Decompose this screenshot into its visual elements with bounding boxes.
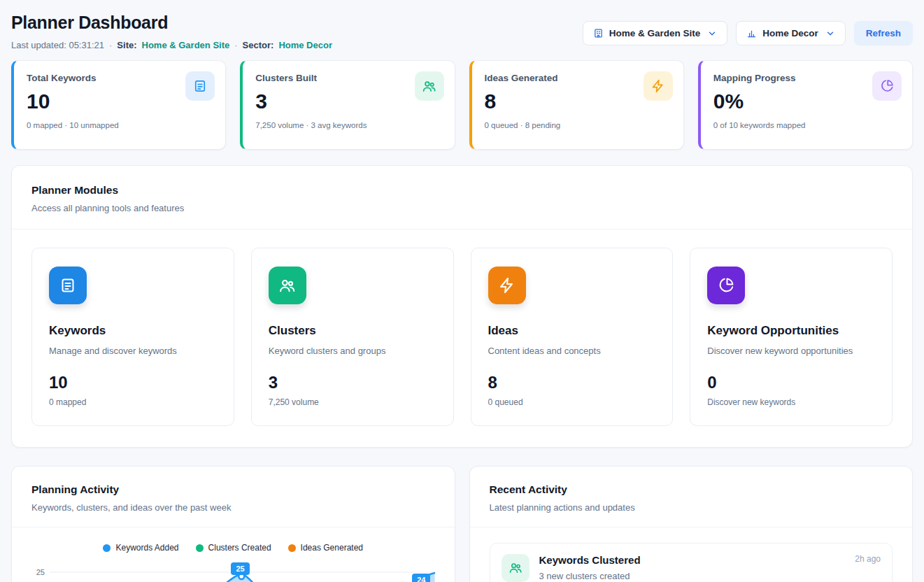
module-card-keywords[interactable]: Keywords Manage and discover keywords 10… [31,248,234,426]
header-controls: Home & Garden Site Home Decor Refresh [583,21,913,45]
modules-grid: Keywords Manage and discover keywords 10… [31,248,893,426]
legend-dot-blue [103,544,111,552]
legend-label: Clusters Created [208,543,271,553]
stat-card-mapping-progress: Mapping Progress 0% 0 of 10 keywords map… [698,60,913,150]
recent-activity-card: Recent Activity Latest planning actions … [469,466,914,582]
module-title: Keywords [49,324,217,338]
legend-item-clusters-created[interactable]: Clusters Created [196,543,271,553]
stat-label: Ideas Generated [485,73,671,83]
meta-separator: · [109,40,112,50]
site-link[interactable]: Home & Garden Site [142,40,230,50]
sector-selector-dropdown[interactable]: Home Decor [736,21,846,45]
chevron-down-icon [825,29,835,38]
module-card-ideas[interactable]: Ideas Content ideas and concepts 8 0 que… [471,248,674,426]
stat-value: 3 [255,90,441,113]
site-selector-value: Home & Garden Site [609,28,701,38]
module-sub: Discover new keywords [707,397,875,407]
activity-chart: 25 25 24 [31,562,435,582]
header-left: Planner Dashboard Last updated: 05:31:21… [11,13,332,50]
data-point-label: 24 [412,574,430,582]
planning-activity-title: Planning Activity [31,483,435,496]
module-description: Discover new keyword opportunities [707,346,875,356]
module-card-keyword-opportunities[interactable]: Keyword Opportunities Discover new keywo… [690,248,893,426]
users-icon [269,267,306,304]
users-icon [502,554,529,582]
divider [470,527,913,527]
page-title: Planner Dashboard [11,13,332,33]
module-title: Keyword Opportunities [707,324,875,338]
data-point-label: 25 [231,562,249,575]
activity-list-item: Keywords Clustered 3 new clusters create… [490,543,893,582]
legend-dot-green [196,544,204,552]
pie-chart-icon [872,71,902,101]
module-description: Manage and discover keywords [49,346,217,356]
stat-sub: 7,250 volume · 3 avg keywords [255,121,441,129]
document-icon [49,267,87,304]
activity-item-title: Keywords Clustered [539,554,641,566]
module-value: 3 [269,373,436,392]
stat-card-ideas-generated: Ideas Generated 8 0 queued · 8 pending [469,60,684,150]
planner-dashboard-page: Planner Dashboard Last updated: 05:31:21… [0,0,924,582]
legend-item-keywords-added[interactable]: Keywords Added [103,543,178,553]
module-description: Keyword clusters and groups [269,346,436,356]
stat-cards-row: Total Keywords 10 0 mapped · 10 unmapped… [11,60,913,150]
modules-subtitle: Access all planning tools and features [31,203,893,213]
module-value: 0 [707,373,875,392]
bar-chart-icon [746,28,757,38]
stat-sub: 0 of 10 keywords mapped [713,121,900,129]
sector-selector-value: Home Decor [762,28,818,38]
page-header: Planner Dashboard Last updated: 05:31:21… [11,13,913,50]
module-sub: 0 mapped [49,397,217,407]
stat-card-clusters-built: Clusters Built 3 7,250 volume · 3 avg ke… [240,60,455,150]
planning-activity-subtitle: Keywords, clusters, and ideas over the p… [31,502,435,513]
legend-item-ideas-generated[interactable]: Ideas Generated [288,543,363,553]
refresh-button[interactable]: Refresh [854,21,913,45]
last-updated-text: Last updated: 05:31:21 [11,40,104,50]
recent-activity-subtitle: Latest planning actions and updates [490,502,893,513]
legend-label: Ideas Generated [301,543,363,553]
divider [12,527,455,527]
module-title: Clusters [269,324,436,338]
stat-label: Clusters Built [255,73,441,83]
pie-chart-icon [707,267,745,304]
document-icon [185,71,215,101]
stat-card-total-keywords: Total Keywords 10 0 mapped · 10 unmapped [11,60,226,150]
activity-item-timestamp: 2h ago [855,554,881,564]
module-card-clusters[interactable]: Clusters Keyword clusters and groups 3 7… [251,248,454,426]
module-title: Ideas [488,324,656,338]
module-value: 8 [488,373,656,392]
activity-item-body: Keywords Clustered 3 new clusters create… [539,554,641,581]
users-icon [415,71,444,101]
stat-sub: 0 queued · 8 pending [485,121,671,129]
bolt-icon [644,71,673,101]
building-icon [593,28,604,38]
bottom-row: Planning Activity Keywords, clusters, an… [11,466,913,582]
stat-value: 8 [485,90,671,113]
module-sub: 0 queued [488,397,656,407]
module-value: 10 [49,373,217,392]
site-label: Site: [117,40,136,50]
module-description: Content ideas and concepts [488,346,656,356]
planning-activity-card: Planning Activity Keywords, clusters, an… [11,466,455,582]
activity-item-description: 3 new clusters created [539,571,641,581]
area-chart-canvas: 25 24 [50,562,435,582]
bolt-icon [488,267,526,304]
chevron-down-icon [707,29,717,38]
sector-label: Sector: [243,40,274,50]
header-meta: Last updated: 05:31:21 · Site: Home & Ga… [11,40,332,50]
stat-sub: 0 mapped · 10 unmapped [27,121,213,129]
sector-link[interactable]: Home Decor [278,40,332,50]
modules-title: Planner Modules [31,184,893,197]
planner-modules-panel: Planner Modules Access all planning tool… [11,165,913,448]
y-axis-tick: 25 [31,562,50,582]
legend-label: Keywords Added [115,543,178,553]
recent-activity-title: Recent Activity [490,483,893,496]
legend-dot-orange [288,544,296,552]
site-selector-dropdown[interactable]: Home & Garden Site [583,21,728,45]
module-sub: 7,250 volume [269,397,436,407]
chart-legend: Keywords Added Clusters Created Ideas Ge… [31,543,435,553]
meta-separator: · [234,40,237,50]
divider [12,229,912,229]
